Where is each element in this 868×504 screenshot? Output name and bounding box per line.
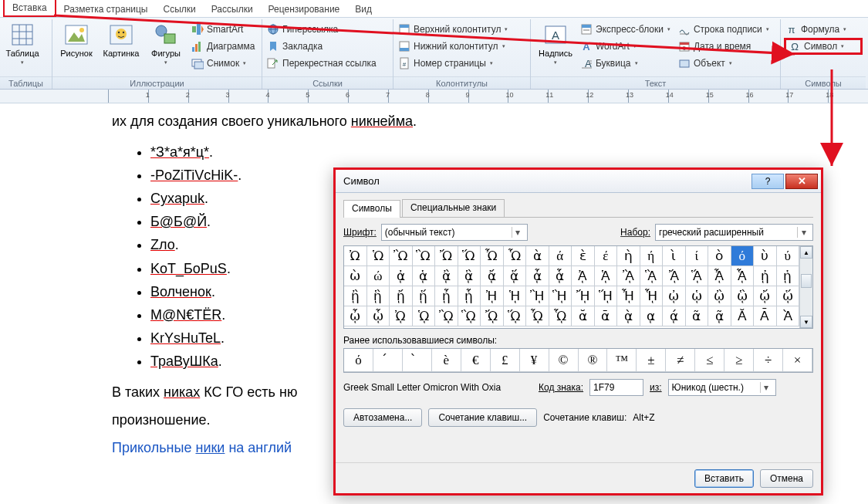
recent-symbol-cell[interactable]: ≤ — [695, 349, 724, 372]
symbol-cell[interactable]: Ᾱ — [754, 306, 777, 326]
symbol-cell[interactable]: ί — [686, 246, 709, 266]
symbol-cell[interactable]: ᾰ — [572, 306, 595, 326]
tab-mailings[interactable]: Рассылки — [204, 2, 261, 17]
recent-symbol-cell[interactable]: ÷ — [754, 349, 783, 372]
tab-view[interactable]: Вид — [347, 2, 380, 17]
symbol-cell[interactable]: ᾌ — [663, 266, 686, 286]
equation-button[interactable]: πФормула▾ — [784, 21, 863, 38]
datetime-button[interactable]: 5Дата и время — [677, 38, 771, 55]
recent-symbol-cell[interactable]: ѐ — [432, 349, 461, 372]
scroll-thumb[interactable] — [801, 274, 812, 288]
symbol-cell[interactable]: ᾞ — [617, 286, 640, 306]
symbol-cell[interactable]: ᾔ — [390, 286, 413, 306]
symbol-cell[interactable]: ᾩ — [413, 306, 436, 326]
font-combo[interactable]: (обычный текст)▾ — [381, 224, 528, 241]
symbol-cell[interactable]: ᾕ — [413, 286, 436, 306]
table-button[interactable]: Таблица ▾ — [3, 21, 42, 76]
symbol-cell[interactable]: Ὠ — [344, 246, 367, 266]
symbol-cell[interactable]: Ὣ — [413, 246, 436, 266]
tab-insert[interactable]: Вставка — [3, 0, 56, 17]
symbol-cell[interactable]: ή — [640, 246, 664, 266]
footer-button[interactable]: Нижний колонтитул▾ — [397, 38, 527, 55]
symbol-cell[interactable]: ᾳ — [640, 306, 664, 326]
pagenumber-button[interactable]: #Номер страницы▾ — [397, 55, 527, 72]
symbol-cell[interactable]: ύ — [777, 246, 800, 266]
tab-special[interactable]: Специальные знаки — [402, 199, 505, 217]
symbol-cell[interactable]: ᾭ — [504, 306, 527, 326]
autocorrect-button[interactable]: Автозамена... — [343, 408, 422, 427]
symbol-cell[interactable]: ᾁ — [413, 266, 436, 286]
symbol-cell[interactable]: ᾯ — [549, 306, 572, 326]
recent-symbol-cell[interactable]: × — [783, 349, 812, 372]
wordart-button[interactable]: AWordArt▾ — [579, 38, 672, 55]
symbol-cell[interactable]: Ὧ — [504, 246, 527, 266]
symbol-cell[interactable]: ᾮ — [526, 306, 549, 326]
symbol-cell[interactable]: ᾒ — [344, 286, 367, 306]
symbol-cell[interactable]: ᾃ — [458, 266, 481, 286]
recent-symbol-cell[interactable]: ό — [344, 349, 373, 372]
close-button[interactable]: ✕ — [785, 174, 818, 189]
symbol-cell[interactable]: ᾪ — [435, 306, 458, 326]
symbol-cell[interactable]: ᾋ — [640, 266, 664, 286]
recent-grid[interactable]: ό ́ ̀ѐ€£¥©®™±≠≤≥÷× — [343, 348, 813, 373]
clipart-button[interactable]: Картинка — [99, 21, 144, 76]
set-combo[interactable]: греческий расширенный▾ — [655, 224, 813, 241]
recent-symbol-cell[interactable]: ≠ — [666, 349, 695, 372]
symbol-cell[interactable]: ᾖ — [435, 286, 458, 306]
symbol-cell[interactable]: Ὢ — [390, 246, 413, 266]
symbol-cell[interactable]: ᾤ — [754, 286, 777, 306]
cancel-button[interactable]: Отмена — [760, 469, 813, 488]
insert-button[interactable]: Вставить — [694, 469, 754, 488]
recent-symbol-cell[interactable]: ™ — [607, 349, 637, 372]
symbol-cell[interactable]: έ — [595, 246, 618, 266]
symbol-cell[interactable]: Ὦ — [481, 246, 504, 266]
symbol-cell[interactable]: Ὡ — [367, 246, 390, 266]
symbol-cell[interactable]: ᾟ — [640, 286, 664, 306]
symbol-cell[interactable]: ό — [731, 246, 755, 266]
symbol-cell[interactable]: ᾈ — [572, 266, 595, 286]
symbol-cell[interactable]: ᾴ — [663, 306, 686, 326]
shortcutkey-button[interactable]: Сочетание клавиш... — [428, 408, 537, 427]
scrollbar[interactable]: ▲ ▼ — [799, 246, 812, 328]
recent-symbol-cell[interactable]: ® — [579, 349, 608, 372]
symbol-cell[interactable]: Ᾰ — [731, 306, 755, 326]
crossref-button[interactable]: Перекрестная ссылка — [265, 55, 390, 72]
symbol-cell[interactable]: ᾨ — [390, 306, 413, 326]
smartart-button[interactable]: SmartArt — [190, 21, 256, 38]
symbol-cell[interactable]: ὼ — [344, 266, 367, 286]
tab-references[interactable]: Ссылки — [155, 2, 203, 17]
help-button[interactable]: ? — [751, 174, 784, 189]
symbol-cell[interactable]: Ὥ — [458, 246, 481, 266]
symbol-cell[interactable]: ᾶ — [686, 306, 709, 326]
recent-symbol-cell[interactable]: ¥ — [520, 349, 549, 372]
from-combo[interactable]: Юникод (шестн.)▾ — [668, 379, 776, 396]
sigline-button[interactable]: Строка подписи▾ — [677, 21, 771, 38]
scroll-down-button[interactable]: ▼ — [800, 316, 812, 328]
screenshot-button[interactable]: Снимок▾ — [190, 55, 256, 72]
quickparts-button[interactable]: Экспресс-блоки▾ — [579, 21, 672, 38]
symbol-cell[interactable]: ᾘ — [481, 286, 504, 306]
symbol-cell[interactable]: ᾑ — [777, 266, 800, 286]
symbol-cell[interactable]: ᾝ — [595, 286, 618, 306]
symbol-cell[interactable]: ὴ — [617, 246, 640, 266]
symbol-cell[interactable]: ᾀ — [390, 266, 413, 286]
recent-symbol-cell[interactable]: ≥ — [724, 349, 754, 372]
dropcap-button[interactable]: AБуквица▾ — [579, 55, 672, 72]
symbol-cell[interactable]: ὲ — [572, 246, 595, 266]
tab-review[interactable]: Рецензирование — [261, 2, 348, 17]
scroll-up-button[interactable]: ▲ — [800, 246, 812, 259]
symbol-cell[interactable]: ᾢ — [708, 286, 731, 306]
symbol-cell[interactable]: ᾷ — [708, 306, 731, 326]
symbol-cell[interactable]: ὸ — [708, 246, 731, 266]
symbol-cell[interactable]: ὶ — [663, 246, 686, 266]
symbol-cell[interactable]: ᾄ — [481, 266, 504, 286]
textbox-button[interactable]: A Надпись ▾ — [534, 21, 577, 76]
symbol-cell[interactable]: ᾧ — [367, 306, 390, 326]
symbol-cell[interactable]: ᾉ — [595, 266, 618, 286]
symbol-cell[interactable]: ᾛ — [549, 286, 572, 306]
symbol-cell[interactable]: ᾚ — [526, 286, 549, 306]
bookmark-button[interactable]: Закладка — [265, 38, 390, 55]
symbol-cell[interactable]: ᾱ — [595, 306, 618, 326]
recent-symbol-cell[interactable]: ̀ — [403, 349, 432, 372]
symbol-cell[interactable]: Ὰ — [777, 306, 800, 326]
